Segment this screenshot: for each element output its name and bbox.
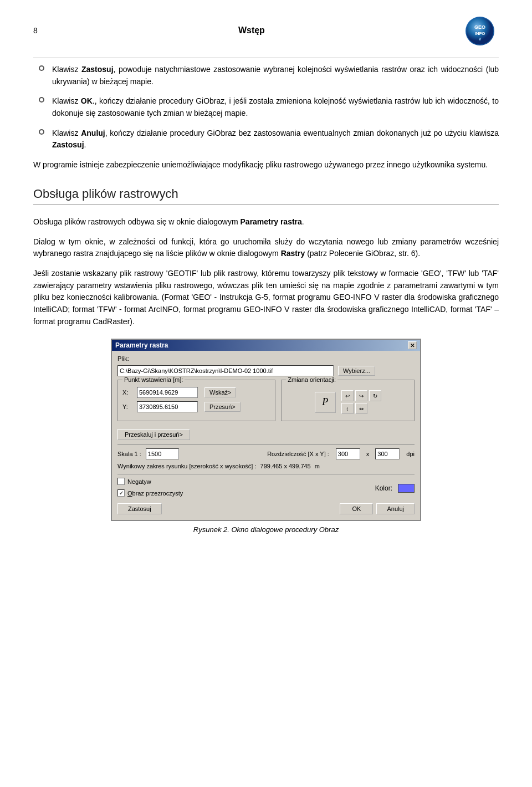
logo-area: GEO INFO V — [466, 17, 499, 44]
dialog-box: Parametry rastra ✕ Plik: Wybierz... — [111, 339, 421, 521]
rozd-x-input[interactable] — [336, 448, 360, 459]
punkt-group: Punkt wstawienia [m]: X: Wskaż> Y: — [117, 380, 275, 421]
dialog-sep-1 — [117, 444, 415, 445]
bold-zastosuj-1: Zastosuj — [81, 65, 114, 74]
p-button[interactable]: P — [315, 392, 336, 413]
obraz-row: ✓ Obraz przezroczysty — [117, 489, 183, 497]
bullet-circle-2 — [39, 97, 44, 103]
page-header: 8 Wstęp GEO INFO V — [33, 17, 499, 44]
wskazaz-button[interactable]: Wskaż> — [204, 387, 236, 397]
bold-rastry: Rastry — [281, 249, 305, 258]
figure-caption-text: Rysunek 2. Okno dialogowe procedury Obra… — [193, 525, 339, 534]
content-area: Klawisz Zastosuj, powoduje natychmiastow… — [33, 64, 499, 534]
bold-anuluj: Anuluj — [81, 129, 105, 137]
dialog-body: Plik: Wybierz... Punkt wstawienia [m]: — [112, 351, 420, 520]
przesk-button[interactable]: Przeskaluj i przesuń> — [117, 429, 190, 440]
przesk-row: Przeskaluj i przesuń> — [117, 429, 415, 440]
icon-row-1: ↩ ↪ ↻ — [341, 390, 381, 401]
section-heading-container: Obsługa plików rastrowych — [33, 187, 499, 205]
header-separator — [33, 58, 499, 58]
page-title: Wstęp — [238, 25, 265, 35]
dialog-title: Parametry rastra — [115, 341, 168, 349]
dialog-title-bar: Parametry rastra ✕ — [112, 340, 420, 351]
y-label: Y: — [122, 403, 131, 410]
checkbox-kolor-row: Negatyw ✓ Obraz przezroczysty Kolor: — [117, 478, 415, 499]
wynikowy-row: Wynikowy zakres rysunku [szerokość x wys… — [117, 463, 415, 469]
obraz-text: braz przezroczysty — [132, 490, 183, 497]
obraz-checkbox[interactable]: ✓ — [117, 489, 125, 497]
bullet-text-2: Klawisz OK., kończy działanie procedury … — [52, 95, 499, 119]
svg-text:GEO: GEO — [474, 24, 485, 30]
kolor-swatch[interactable] — [398, 484, 415, 493]
kolor-label: Kolor: — [375, 484, 392, 492]
plik-input[interactable] — [117, 365, 334, 376]
svg-text:INFO: INFO — [474, 31, 485, 36]
icon-row-2: ↕ ⇔ — [341, 403, 381, 414]
negatyw-row: Negatyw — [117, 478, 183, 485]
skala-row: Skala 1 : Rozdzielczość [X x Y] : x dpi — [117, 448, 415, 459]
skala-label: Skala 1 : — [117, 451, 141, 457]
section-heading: Obsługa plików rastrowych — [33, 187, 178, 201]
wynikowy-value: 799.465 x 499.745 — [260, 463, 311, 469]
y-row: Y: Przesuń> — [122, 401, 270, 412]
kolor-area: Kolor: — [375, 484, 415, 493]
para-3: Dialog w tym oknie, w zależności od funk… — [33, 236, 499, 260]
bullet-text-1: Klawisz Zastosuj, powoduje natychmiastow… — [52, 64, 499, 88]
plik-row: Plik: — [117, 355, 415, 362]
checkboxes-area: Negatyw ✓ Obraz przezroczysty — [117, 478, 183, 499]
dialog-close-button[interactable]: ✕ — [408, 341, 417, 349]
rotate-icon-button[interactable]: ↻ — [369, 390, 381, 401]
przesun-button[interactable]: Przesuń> — [204, 402, 241, 412]
x-input[interactable] — [137, 387, 198, 398]
logo-icon: GEO INFO V — [466, 17, 494, 45]
rozd-y-input[interactable] — [375, 448, 400, 459]
ok-anuluj-group: OK Anuluj — [340, 503, 415, 514]
fliph-icon-button[interactable]: ⇔ — [355, 403, 367, 414]
y-input[interactable] — [137, 401, 198, 412]
obraz-u: O — [127, 490, 132, 497]
bold-ok: OK — [81, 96, 93, 105]
two-groups: Punkt wstawienia [m]: X: Wskaż> Y: — [117, 380, 415, 426]
bold-parametry-rastra: Parametry rastra — [241, 217, 302, 226]
obraz-label: Obraz przezroczysty — [127, 490, 183, 497]
rozd-x-separator: x — [366, 451, 370, 457]
x-row: X: Wskaż> — [122, 387, 270, 398]
undo-icon-button[interactable]: ↩ — [341, 390, 354, 401]
wynikowy-label: Wynikowy zakres rysunku [szerokość x wys… — [117, 463, 257, 469]
plik-input-row: Wybierz... — [117, 365, 415, 376]
para-2: Obsługa plików rastrowych odbywa się w o… — [33, 216, 499, 228]
plik-label: Plik: — [117, 355, 134, 362]
page-number: 8 — [33, 26, 38, 35]
wybierz-button[interactable]: Wybierz... — [338, 366, 375, 376]
icon-buttons-area: ↩ ↪ ↻ ↕ ⇔ — [341, 390, 381, 414]
skala-input[interactable] — [146, 448, 179, 459]
svg-text:V: V — [479, 37, 482, 41]
bottom-buttons: Zastosuj OK Anuluj — [117, 503, 415, 514]
zastosuj-button[interactable]: Zastosuj — [117, 503, 162, 514]
redo-icon-button[interactable]: ↪ — [355, 390, 367, 401]
bullet-item-3: Klawisz Anuluj, kończy działanie procedu… — [33, 127, 499, 151]
zmiana-group: Zmiana orientacji: P ↩ ↪ ↻ — [281, 380, 415, 421]
dpi-label: dpi — [406, 451, 415, 457]
bullet-item-1: Klawisz Zastosuj, powoduje natychmiastow… — [33, 64, 499, 88]
figure-caption: Rysunek 2. Okno dialogowe procedury Obra… — [33, 525, 499, 534]
wynikowy-unit: m — [315, 463, 320, 469]
para-4: Jeśli zostanie wskazany plik rastrowy 'G… — [33, 268, 499, 328]
zmiana-content: P ↩ ↪ ↻ ↕ — [286, 388, 410, 416]
page: 8 Wstęp GEO INFO V — [0, 0, 532, 787]
bullet-text-3: Klawisz Anuluj, kończy działanie procedu… — [52, 127, 499, 151]
ok-button[interactable]: OK — [340, 503, 373, 514]
dialog-wrapper: Parametry rastra ✕ Plik: Wybierz... — [111, 339, 421, 521]
anuluj-dialog-button[interactable]: Anuluj — [376, 503, 415, 514]
bullet-circle-3 — [39, 129, 44, 135]
negatyw-label: Negatyw — [127, 478, 151, 485]
rozdzielczosc-label: Rozdzielczość [X x Y] : — [267, 451, 329, 457]
negatyw-checkbox[interactable] — [117, 478, 125, 485]
flipv-icon-button[interactable]: ↕ — [341, 403, 354, 414]
dialog-sep-2 — [117, 474, 415, 474]
bold-zastosuj-2: Zastosuj — [52, 140, 84, 149]
zmiana-group-title: Zmiana orientacji: — [286, 376, 337, 383]
para-1: W programie istnieje zabezpieczenie unie… — [33, 159, 499, 171]
punkt-group-title: Punkt wstawienia [m]: — [122, 376, 185, 383]
bullet-item-2: Klawisz OK., kończy działanie procedury … — [33, 95, 499, 119]
